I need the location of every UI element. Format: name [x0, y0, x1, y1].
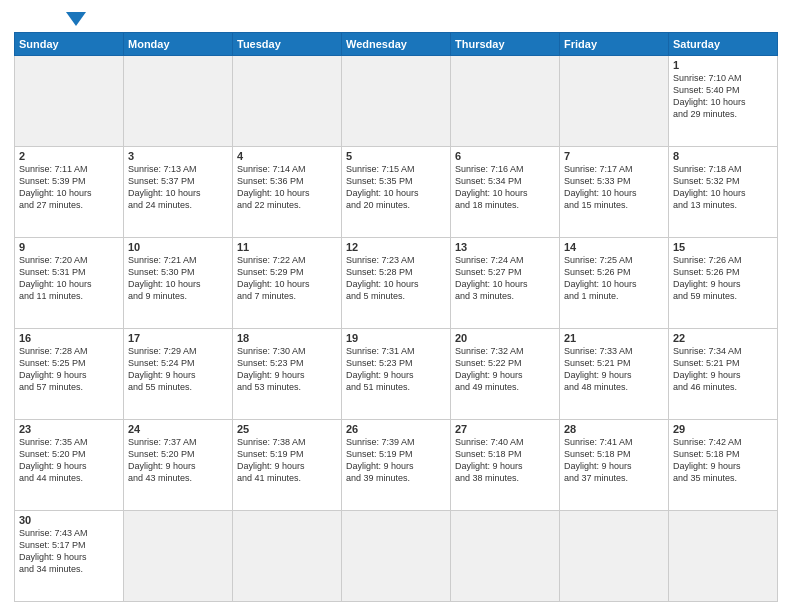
calendar-row-2: 9Sunrise: 7:20 AM Sunset: 5:31 PM Daylig…	[15, 238, 778, 329]
calendar-cell: 27Sunrise: 7:40 AM Sunset: 5:18 PM Dayli…	[451, 420, 560, 511]
calendar-cell: 15Sunrise: 7:26 AM Sunset: 5:26 PM Dayli…	[669, 238, 778, 329]
day-info: Sunrise: 7:13 AM Sunset: 5:37 PM Dayligh…	[128, 163, 228, 212]
calendar-cell: 21Sunrise: 7:33 AM Sunset: 5:21 PM Dayli…	[560, 329, 669, 420]
page: SundayMondayTuesdayWednesdayThursdayFrid…	[0, 0, 792, 612]
calendar-cell	[342, 56, 451, 147]
day-info: Sunrise: 7:35 AM Sunset: 5:20 PM Dayligh…	[19, 436, 119, 485]
day-number: 14	[564, 241, 664, 253]
day-info: Sunrise: 7:16 AM Sunset: 5:34 PM Dayligh…	[455, 163, 555, 212]
day-info: Sunrise: 7:18 AM Sunset: 5:32 PM Dayligh…	[673, 163, 773, 212]
day-info: Sunrise: 7:43 AM Sunset: 5:17 PM Dayligh…	[19, 527, 119, 576]
day-info: Sunrise: 7:22 AM Sunset: 5:29 PM Dayligh…	[237, 254, 337, 303]
day-info: Sunrise: 7:40 AM Sunset: 5:18 PM Dayligh…	[455, 436, 555, 485]
weekday-header-tuesday: Tuesday	[233, 33, 342, 56]
day-info: Sunrise: 7:30 AM Sunset: 5:23 PM Dayligh…	[237, 345, 337, 394]
day-number: 1	[673, 59, 773, 71]
day-number: 23	[19, 423, 119, 435]
day-info: Sunrise: 7:15 AM Sunset: 5:35 PM Dayligh…	[346, 163, 446, 212]
calendar-cell: 3Sunrise: 7:13 AM Sunset: 5:37 PM Daylig…	[124, 147, 233, 238]
day-info: Sunrise: 7:41 AM Sunset: 5:18 PM Dayligh…	[564, 436, 664, 485]
calendar-cell	[233, 511, 342, 602]
calendar-cell: 23Sunrise: 7:35 AM Sunset: 5:20 PM Dayli…	[15, 420, 124, 511]
weekday-header-saturday: Saturday	[669, 33, 778, 56]
calendar-cell: 19Sunrise: 7:31 AM Sunset: 5:23 PM Dayli…	[342, 329, 451, 420]
weekday-header-sunday: Sunday	[15, 33, 124, 56]
calendar-cell: 4Sunrise: 7:14 AM Sunset: 5:36 PM Daylig…	[233, 147, 342, 238]
calendar-cell	[342, 511, 451, 602]
day-info: Sunrise: 7:33 AM Sunset: 5:21 PM Dayligh…	[564, 345, 664, 394]
calendar-row-1: 2Sunrise: 7:11 AM Sunset: 5:39 PM Daylig…	[15, 147, 778, 238]
day-info: Sunrise: 7:31 AM Sunset: 5:23 PM Dayligh…	[346, 345, 446, 394]
day-number: 27	[455, 423, 555, 435]
day-number: 11	[237, 241, 337, 253]
day-info: Sunrise: 7:20 AM Sunset: 5:31 PM Dayligh…	[19, 254, 119, 303]
day-number: 16	[19, 332, 119, 344]
day-number: 3	[128, 150, 228, 162]
day-number: 8	[673, 150, 773, 162]
day-number: 6	[455, 150, 555, 162]
calendar-cell	[560, 56, 669, 147]
weekday-header-friday: Friday	[560, 33, 669, 56]
day-info: Sunrise: 7:14 AM Sunset: 5:36 PM Dayligh…	[237, 163, 337, 212]
calendar-header-row: SundayMondayTuesdayWednesdayThursdayFrid…	[15, 33, 778, 56]
calendar-cell: 16Sunrise: 7:28 AM Sunset: 5:25 PM Dayli…	[15, 329, 124, 420]
day-info: Sunrise: 7:11 AM Sunset: 5:39 PM Dayligh…	[19, 163, 119, 212]
calendar-cell: 9Sunrise: 7:20 AM Sunset: 5:31 PM Daylig…	[15, 238, 124, 329]
calendar-cell: 10Sunrise: 7:21 AM Sunset: 5:30 PM Dayli…	[124, 238, 233, 329]
calendar-cell: 2Sunrise: 7:11 AM Sunset: 5:39 PM Daylig…	[15, 147, 124, 238]
calendar-cell: 24Sunrise: 7:37 AM Sunset: 5:20 PM Dayli…	[124, 420, 233, 511]
day-number: 18	[237, 332, 337, 344]
calendar-cell	[669, 511, 778, 602]
calendar-cell: 7Sunrise: 7:17 AM Sunset: 5:33 PM Daylig…	[560, 147, 669, 238]
day-info: Sunrise: 7:29 AM Sunset: 5:24 PM Dayligh…	[128, 345, 228, 394]
calendar-cell: 1Sunrise: 7:10 AM Sunset: 5:40 PM Daylig…	[669, 56, 778, 147]
calendar-cell: 22Sunrise: 7:34 AM Sunset: 5:21 PM Dayli…	[669, 329, 778, 420]
logo	[14, 10, 86, 26]
day-info: Sunrise: 7:25 AM Sunset: 5:26 PM Dayligh…	[564, 254, 664, 303]
day-number: 5	[346, 150, 446, 162]
weekday-header-thursday: Thursday	[451, 33, 560, 56]
day-info: Sunrise: 7:28 AM Sunset: 5:25 PM Dayligh…	[19, 345, 119, 394]
day-number: 4	[237, 150, 337, 162]
day-info: Sunrise: 7:26 AM Sunset: 5:26 PM Dayligh…	[673, 254, 773, 303]
day-info: Sunrise: 7:17 AM Sunset: 5:33 PM Dayligh…	[564, 163, 664, 212]
calendar-cell	[451, 511, 560, 602]
calendar-cell: 8Sunrise: 7:18 AM Sunset: 5:32 PM Daylig…	[669, 147, 778, 238]
calendar-cell	[451, 56, 560, 147]
day-number: 7	[564, 150, 664, 162]
day-number: 9	[19, 241, 119, 253]
calendar-row-0: 1Sunrise: 7:10 AM Sunset: 5:40 PM Daylig…	[15, 56, 778, 147]
weekday-header-wednesday: Wednesday	[342, 33, 451, 56]
day-number: 25	[237, 423, 337, 435]
calendar-cell: 17Sunrise: 7:29 AM Sunset: 5:24 PM Dayli…	[124, 329, 233, 420]
calendar-cell: 6Sunrise: 7:16 AM Sunset: 5:34 PM Daylig…	[451, 147, 560, 238]
day-number: 15	[673, 241, 773, 253]
day-number: 30	[19, 514, 119, 526]
day-number: 24	[128, 423, 228, 435]
day-number: 19	[346, 332, 446, 344]
day-number: 2	[19, 150, 119, 162]
day-info: Sunrise: 7:32 AM Sunset: 5:22 PM Dayligh…	[455, 345, 555, 394]
calendar-cell: 12Sunrise: 7:23 AM Sunset: 5:28 PM Dayli…	[342, 238, 451, 329]
day-number: 26	[346, 423, 446, 435]
day-info: Sunrise: 7:23 AM Sunset: 5:28 PM Dayligh…	[346, 254, 446, 303]
calendar-row-4: 23Sunrise: 7:35 AM Sunset: 5:20 PM Dayli…	[15, 420, 778, 511]
calendar-row-5: 30Sunrise: 7:43 AM Sunset: 5:17 PM Dayli…	[15, 511, 778, 602]
calendar-cell: 14Sunrise: 7:25 AM Sunset: 5:26 PM Dayli…	[560, 238, 669, 329]
day-info: Sunrise: 7:39 AM Sunset: 5:19 PM Dayligh…	[346, 436, 446, 485]
calendar-cell	[124, 511, 233, 602]
day-number: 13	[455, 241, 555, 253]
day-number: 28	[564, 423, 664, 435]
day-number: 12	[346, 241, 446, 253]
calendar-cell: 29Sunrise: 7:42 AM Sunset: 5:18 PM Dayli…	[669, 420, 778, 511]
calendar-cell: 5Sunrise: 7:15 AM Sunset: 5:35 PM Daylig…	[342, 147, 451, 238]
day-info: Sunrise: 7:42 AM Sunset: 5:18 PM Dayligh…	[673, 436, 773, 485]
day-info: Sunrise: 7:10 AM Sunset: 5:40 PM Dayligh…	[673, 72, 773, 121]
weekday-header-monday: Monday	[124, 33, 233, 56]
day-info: Sunrise: 7:37 AM Sunset: 5:20 PM Dayligh…	[128, 436, 228, 485]
calendar-cell	[233, 56, 342, 147]
calendar-cell: 20Sunrise: 7:32 AM Sunset: 5:22 PM Dayli…	[451, 329, 560, 420]
day-info: Sunrise: 7:21 AM Sunset: 5:30 PM Dayligh…	[128, 254, 228, 303]
calendar-cell: 18Sunrise: 7:30 AM Sunset: 5:23 PM Dayli…	[233, 329, 342, 420]
calendar-cell	[560, 511, 669, 602]
